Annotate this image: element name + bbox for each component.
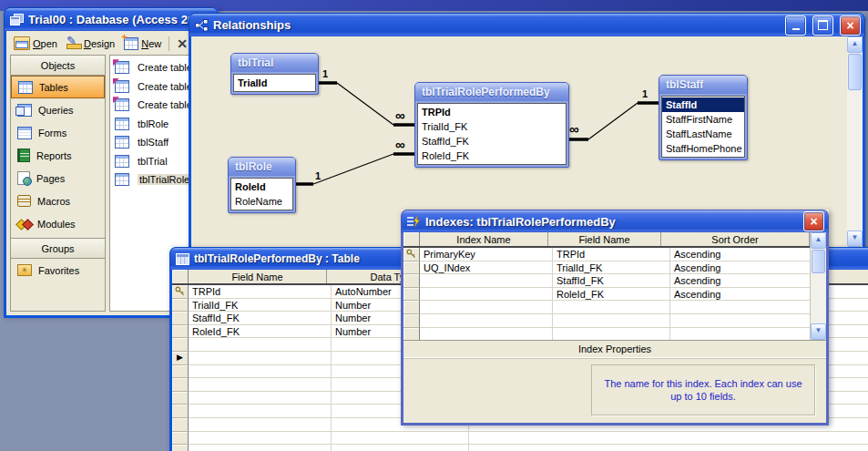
tables-icon xyxy=(18,81,33,94)
field-name-cell[interactable]: TrialId_FK xyxy=(189,299,332,313)
sidebar-item-macros[interactable]: Macros xyxy=(11,190,105,212)
database-window-titlebar[interactable]: Trial00 : Database (Access 20 xyxy=(4,7,219,31)
sidebar-item-pages[interactable]: Pages xyxy=(11,167,105,190)
sort-order-cell[interactable]: Ascending xyxy=(670,261,810,275)
sidebar-item-tables[interactable]: Tables xyxy=(11,76,105,98)
diagram-table-header[interactable]: tblTrialRolePerformedBy xyxy=(415,83,568,101)
sidebar-item-forms[interactable]: Forms xyxy=(11,121,105,144)
index-row-empty[interactable] xyxy=(403,314,810,328)
sidebar-item-favorites[interactable]: ✳ Favorites xyxy=(11,259,105,282)
design-icon xyxy=(66,37,81,49)
indexes-vertical-scrollbar[interactable]: ▲ ▼ xyxy=(810,232,826,340)
sidebar-item-queries[interactable]: Queries xyxy=(11,98,105,121)
design-row-empty[interactable] xyxy=(172,432,868,446)
primary-key-icon[interactable] xyxy=(403,248,420,261)
diagram-field[interactable]: TRPId xyxy=(418,105,566,119)
minimize-button[interactable] xyxy=(785,15,806,36)
sidebar-item-reports[interactable]: Reports xyxy=(11,144,105,167)
diagram-table-tblstaff[interactable]: tblStaff StaffId StaffFirstName StaffLas… xyxy=(659,75,748,160)
index-row[interactable]: StaffId_FK Ascending xyxy=(403,274,810,288)
row-selector[interactable] xyxy=(403,261,420,275)
open-button[interactable]: Open xyxy=(12,36,59,51)
field-name-cell[interactable]: StaffId_FK xyxy=(553,274,670,288)
index-row-primarykey[interactable]: PrimaryKey TRPId Ascending xyxy=(403,248,810,261)
diagram-table-header[interactable]: tblTrial xyxy=(231,54,318,72)
field-name-cell[interactable]: StaffId_FK xyxy=(189,312,332,325)
row-selector[interactable] xyxy=(403,288,420,302)
field-name-cell[interactable]: RoleId_FK xyxy=(189,325,332,339)
scrollbar-thumb[interactable] xyxy=(812,250,825,273)
list-item-label: Create table xyxy=(138,81,192,92)
indexes-dialog: Indexes: tblTrialRolePerformedBy × Index… xyxy=(401,210,829,425)
delete-button[interactable]: ✕ xyxy=(175,36,189,51)
row-selector[interactable] xyxy=(172,312,189,325)
table-icon xyxy=(115,136,129,149)
index-name-cell[interactable]: UQ_INdex xyxy=(420,261,553,275)
groups-header[interactable]: Groups xyxy=(11,238,105,259)
reports-icon xyxy=(17,149,30,162)
diagram-field-selected[interactable]: StaffId xyxy=(662,97,744,112)
row-selector[interactable] xyxy=(172,338,189,352)
diagram-field[interactable]: StaffLastName xyxy=(662,127,744,141)
indexes-grid: Index Name Field Name Sort Order Primary… xyxy=(403,232,810,340)
scrollbar-thumb[interactable] xyxy=(848,54,862,90)
index-row-uq-index[interactable]: UQ_INdex TrialId_FK Ascending xyxy=(403,261,810,275)
index-row[interactable]: RoleId_FK Ascending xyxy=(403,288,810,302)
diagram-table-header[interactable]: tblRole xyxy=(229,158,295,176)
row-selector[interactable] xyxy=(172,325,189,339)
row-selector[interactable] xyxy=(172,299,189,313)
column-header-index-name[interactable]: Index Name xyxy=(420,232,548,246)
index-name-cell[interactable] xyxy=(420,288,553,302)
column-header-sort-order[interactable]: Sort Order xyxy=(661,232,810,246)
scroll-up-icon[interactable]: ▲ xyxy=(847,36,863,53)
diagram-table-tblrole[interactable]: tblRole RoleId RoleName xyxy=(228,157,296,213)
index-row-empty[interactable] xyxy=(403,301,810,314)
diagram-field[interactable]: TrialId_FK xyxy=(418,119,566,134)
index-row-empty[interactable] xyxy=(403,328,810,342)
index-name-cell[interactable]: PrimaryKey xyxy=(420,248,553,261)
diagram-field[interactable]: RoleId_FK xyxy=(418,149,566,163)
diagram-field[interactable]: StaffId_FK xyxy=(418,134,566,149)
maximize-button[interactable] xyxy=(812,15,833,36)
delete-icon: ✕ xyxy=(177,37,188,50)
close-icon[interactable]: × xyxy=(803,211,824,231)
field-name-cell[interactable]: RoleId_FK xyxy=(553,288,670,302)
design-button[interactable]: Design xyxy=(65,36,117,50)
scroll-down-icon[interactable]: ▼ xyxy=(811,323,826,340)
diagram-table-header[interactable]: tblStaff xyxy=(659,76,747,94)
sort-order-cell[interactable]: Ascending xyxy=(670,288,810,302)
sidebar-item-modules[interactable]: Modules xyxy=(11,212,105,235)
sort-order-cell[interactable]: Ascending xyxy=(670,248,810,261)
list-item-label: Create table xyxy=(138,62,192,73)
relationships-vertical-scrollbar[interactable]: ▲ ▼ xyxy=(847,36,863,247)
index-name-cell[interactable] xyxy=(420,274,553,288)
relationships-title: Relationships xyxy=(213,18,779,32)
row-pointer-icon[interactable]: ▶ xyxy=(172,352,189,365)
diagram-field[interactable]: TrialId xyxy=(234,76,315,90)
design-row-empty[interactable] xyxy=(172,445,868,451)
scroll-up-icon[interactable]: ▲ xyxy=(811,232,826,249)
field-name-cell[interactable]: TrialId_FK xyxy=(553,261,670,275)
sidebar-item-label: Macros xyxy=(37,196,70,207)
diagram-field[interactable]: StaffFirstName xyxy=(662,112,744,127)
new-button[interactable]: New xyxy=(122,36,163,51)
relationships-titlebar[interactable]: Relationships × xyxy=(189,13,865,36)
field-name-cell[interactable]: TRPId xyxy=(189,285,332,299)
close-button[interactable]: × xyxy=(840,15,861,36)
diagram-table-tbltrialroleperformedby[interactable]: tblTrialRolePerformedBy TRPId TrialId_FK… xyxy=(414,82,569,168)
row-selector[interactable] xyxy=(403,274,420,288)
primary-key-icon[interactable] xyxy=(172,285,189,299)
objects-header[interactable]: Objects xyxy=(11,56,105,76)
scroll-down-icon[interactable]: ▼ xyxy=(847,231,863,247)
field-name-cell[interactable]: TRPId xyxy=(553,248,670,261)
diagram-table-tbltrial[interactable]: tblTrial TrialId xyxy=(230,53,319,95)
indexes-icon xyxy=(407,216,421,228)
modules-icon xyxy=(17,219,31,230)
diagram-field[interactable]: RoleId xyxy=(231,179,292,194)
column-header-field-name[interactable]: Field Name xyxy=(548,232,661,246)
diagram-field[interactable]: RoleName xyxy=(231,194,292,209)
column-header-field-name[interactable]: Field Name xyxy=(189,270,327,283)
indexes-dialog-titlebar[interactable]: Indexes: tblTrialRolePerformedBy × xyxy=(401,210,829,232)
diagram-field[interactable]: StaffHomePhone xyxy=(662,141,744,156)
sort-order-cell[interactable]: Ascending xyxy=(670,274,810,288)
